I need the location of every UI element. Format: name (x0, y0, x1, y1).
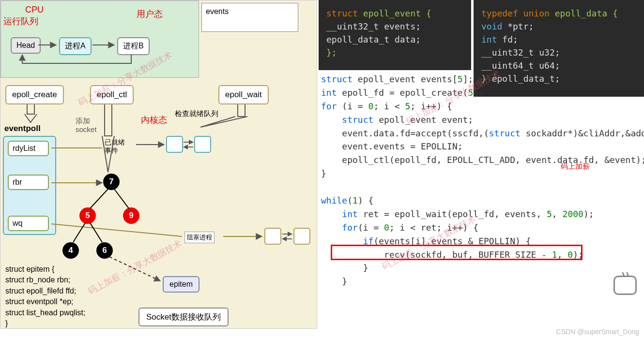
svg-line-14 (90, 223, 102, 242)
ready-event-label: 已就绪事件 (105, 138, 125, 155)
csdn-attribution: CSDN @superSmart_Dong (556, 328, 639, 336)
user-state-label: 用户态 (137, 8, 163, 20)
rbtree-node-7: 7 (103, 174, 120, 190)
ready-queue-node-2 (194, 136, 211, 153)
svg-line-15 (109, 257, 160, 281)
svg-line-11 (90, 189, 108, 208)
process-a: 进程A (59, 37, 92, 55)
block-process-label: 阻塞进程 (184, 232, 215, 243)
events-box: events (201, 3, 298, 32)
rdylist-field: rdyList (8, 141, 49, 156)
rbtree-node-9: 9 (123, 207, 139, 224)
epitem-box: epitem (163, 276, 199, 293)
rbtree-node-6: 6 (96, 242, 113, 259)
tv-icon[interactable] (613, 276, 637, 295)
rbr-field: rbr (8, 175, 49, 190)
rbtree-node-5: 5 (79, 207, 96, 224)
process-b: 进程B (117, 37, 150, 55)
highlight-epoll-wait (331, 245, 583, 260)
wait-queue-node-1 (264, 228, 281, 245)
struct-epitem-code: struct epitem { struct rb_node rbn; stru… (5, 264, 85, 329)
svg-line-13 (73, 223, 85, 242)
cpu-label: CPU (25, 5, 44, 15)
epoll-ctl-box: epoll_ctl (90, 85, 134, 104)
red-annotation: 码上加薪 (561, 162, 590, 171)
epoll-wait-box: epoll_wait (218, 85, 269, 104)
cpu-queue-label: 运行队列 (3, 15, 38, 27)
wait-queue-node-2 (293, 228, 310, 245)
head-node: Head (11, 37, 41, 54)
kernel-state-label: 内核态 (141, 114, 167, 126)
ready-queue-node-1 (166, 136, 183, 153)
struct-epoll-event: struct epoll_event { __uint32_t events; … (319, 0, 471, 70)
wq-field: wq (8, 216, 49, 231)
socket-recv-queue: Socket数据接收队列 (138, 308, 229, 326)
eventpoll-label: eventpoll (4, 124, 41, 133)
code-panel: struct epoll_event { __uint32_t events; … (319, 0, 644, 329)
diagram-panel: CPU 运行队列 用户态 Head 进程A 进程B events epoll_c… (0, 0, 317, 329)
add-socket-label: 添加socket (76, 117, 96, 134)
svg-line-7 (51, 224, 182, 236)
check-ready-label: 检查就绪队列 (175, 109, 218, 118)
rbtree-node-4: 4 (62, 242, 79, 259)
epoll-create-box: epoll_create (5, 85, 64, 104)
user-space-area: CPU 运行队列 用户态 Head 进程A 进程B (0, 0, 199, 78)
svg-line-12 (114, 189, 129, 208)
